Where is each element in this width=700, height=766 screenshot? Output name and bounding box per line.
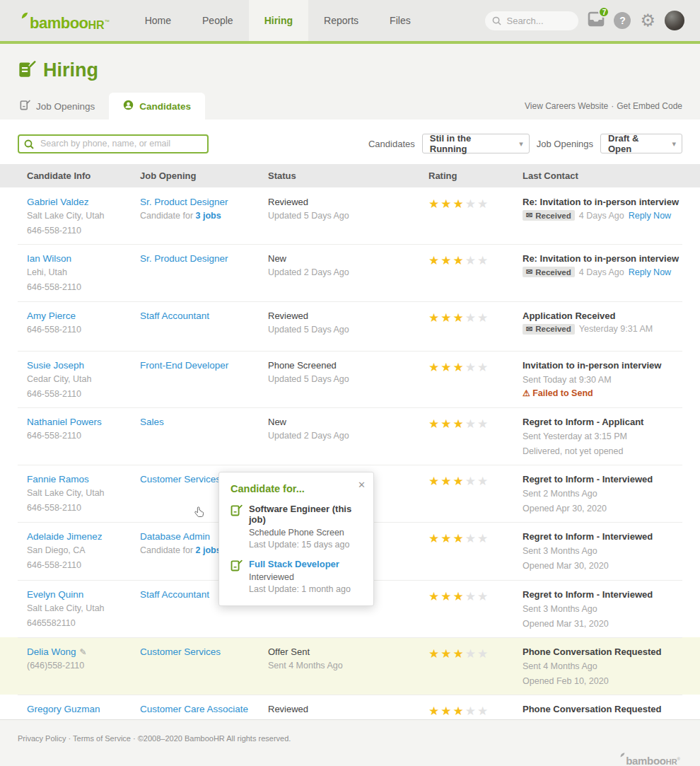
contact-title: Invitation to in-person interview [523, 360, 682, 371]
stars-empty: ★★ [465, 361, 489, 374]
contact-time: Yesterday 9:31 AM [579, 324, 653, 334]
candidate-name-line: Amy Pierce [27, 311, 140, 321]
candidate-name-link[interactable]: Gabriel Valdez [27, 197, 89, 207]
job-opening-link[interactable]: Front-End Developer [140, 360, 228, 371]
stars-filled: ★★★ [428, 361, 465, 374]
reply-now-link[interactable]: Reply Now [629, 211, 671, 221]
contact-title: Application Received [523, 311, 682, 321]
job-opening-cell: Sr. Product Designer [140, 253, 268, 294]
candidates-filter-label: Candidates [368, 139, 415, 149]
status-title: New [268, 253, 428, 264]
contact-line: Delivered, not yet opened [523, 445, 682, 458]
reply-now-link[interactable]: Reply Now [629, 267, 671, 277]
tab-label: Candidates [139, 101, 191, 112]
job-opening-link[interactable]: Staff Accountant [140, 589, 209, 600]
status-cell: NewUpdated 2 Days Ago [268, 253, 428, 294]
candidate-name-link[interactable]: Delia Wong [27, 646, 76, 657]
status-updated: Updated 5 Days Ago [268, 373, 428, 385]
nav-item-people[interactable]: People [187, 0, 249, 41]
star-rating[interactable]: ★★★★★ [428, 360, 523, 375]
status-cell: Phone ScreenedUpdated 5 Days Ago [268, 360, 428, 400]
bamboohr-logo[interactable]: bamboo HR ™ [21, 10, 110, 31]
star-rating[interactable]: ★★★★★ [428, 311, 523, 325]
star-rating[interactable]: ★★★★★ [428, 197, 523, 211]
received-label: Received [535, 211, 571, 220]
job-opening-link[interactable]: Staff Accountant [140, 311, 209, 321]
contact-line: Sent Yesterday at 3:15 PM [523, 430, 682, 443]
contact-title: Phone Conversation Requested [523, 646, 682, 657]
candidate-name-link[interactable]: Ian Wilson [27, 253, 71, 264]
popup-job-updated: Last Update: 15 days ago [249, 540, 363, 550]
candidate-info-cell: Adelaide JimenezSan Diego, CA646-558-211… [27, 531, 140, 572]
tab-job-openings[interactable]: Job Openings [6, 93, 109, 120]
candidate-info-cell: Amy Pierce646-558-2110 [27, 311, 140, 344]
get-embed-code-link[interactable]: Get Embed Code [617, 101, 682, 111]
nav-item-hiring[interactable]: Hiring [249, 0, 308, 41]
envelope-icon: ✉ [526, 267, 532, 277]
job-openings-filter-select[interactable]: Draft & Open ▾ [600, 134, 682, 153]
candidate-phone: 646-558-2110 [27, 388, 140, 400]
rating-cell: ★★★★★ [428, 474, 523, 515]
candidate-name-link[interactable]: Adelaide Jimenez [27, 531, 103, 542]
nav-item-reports[interactable]: Reports [308, 0, 374, 41]
gear-icon[interactable]: ⚙ [640, 12, 655, 29]
candidate-name-link[interactable]: Susie Joseph [27, 360, 84, 371]
candidate-location: Lehi, Utah [27, 266, 140, 279]
candidate-phone: (646)558-2110 [27, 659, 140, 672]
candidate-name-link[interactable]: Amy Pierce [27, 311, 76, 321]
help-icon[interactable]: ? [614, 12, 631, 29]
popup-job-status: Interviewed [249, 572, 351, 582]
popup-job-title-link[interactable]: Full Stack Developer [249, 559, 351, 569]
candidate-name-line: Adelaide Jimenez [27, 531, 140, 542]
tab-candidates[interactable]: Candidates [109, 93, 205, 120]
contact-title: Regret to Inform - Interviewed [523, 589, 682, 600]
user-avatar[interactable] [665, 11, 684, 30]
job-opening-link[interactable]: Customer Services [140, 474, 221, 484]
star-rating[interactable]: ★★★★★ [428, 704, 523, 719]
jobs-count-link[interactable]: 3 jobs [196, 211, 221, 221]
candidate-search-input[interactable] [18, 134, 209, 153]
last-contact-cell: Regret to Inform - InterviewedSent 3 Mon… [523, 531, 682, 572]
stars-empty: ★★ [465, 197, 489, 211]
candidate-name-link[interactable]: Fannie Ramos [27, 474, 89, 484]
star-rating[interactable]: ★★★★★ [428, 531, 523, 546]
candidate-location: San Diego, CA [27, 544, 140, 557]
candidate-info-cell: Evelyn QuinnSalt Lake City, Utah64655821… [27, 589, 140, 630]
last-contact-cell: Regret to Inform - ApplicantSent Yesterd… [523, 417, 682, 458]
star-rating[interactable]: ★★★★★ [428, 253, 523, 268]
contact-badge-row: ✉Received4 Days AgoReply Now [523, 210, 682, 221]
candidates-filter-select[interactable]: Stil in the Running ▾ [422, 134, 530, 153]
nav-item-home[interactable]: Home [129, 0, 187, 41]
contact-time: 4 Days Ago [579, 211, 624, 221]
star-rating[interactable]: ★★★★★ [428, 417, 523, 431]
nav-item-files[interactable]: Files [374, 0, 426, 41]
popup-job-status: Schedule Phone Screen [249, 528, 363, 538]
star-rating[interactable]: ★★★★★ [428, 589, 523, 604]
last-contact-cell: Re: Invitation to in-person interview✉Re… [523, 253, 682, 294]
received-label: Received [535, 268, 571, 277]
job-opening-link[interactable]: Database Admin [140, 531, 210, 542]
edit-pencil-icon[interactable]: ✎ [80, 647, 87, 657]
close-icon[interactable]: ✕ [358, 480, 366, 490]
candidate-name-link[interactable]: Evelyn Quinn [27, 589, 83, 600]
rating-cell: ★★★★★ [428, 311, 523, 344]
candidate-name-link[interactable]: Nathaniel Powers [27, 417, 102, 427]
job-opening-link[interactable]: Sr. Product Designer [140, 253, 228, 264]
job-opening-link[interactable]: Sales [140, 417, 164, 427]
stars-filled: ★★★ [428, 590, 465, 603]
job-opening-link[interactable]: Customer Care Associate [140, 704, 248, 714]
star-rating[interactable]: ★★★★★ [428, 474, 523, 489]
star-rating[interactable]: ★★★★★ [428, 646, 523, 661]
job-opening-link[interactable]: Customer Services [140, 646, 221, 657]
job-opening-link[interactable]: Sr. Product Designer [140, 197, 228, 207]
inbox-tray-button[interactable]: 7 [588, 11, 605, 30]
header-links: View Careers Website·Get Embed Code [525, 101, 682, 120]
candidate-name-link[interactable]: Gregory Guzman [27, 704, 100, 714]
candidate-phone: 646-558-2110 [27, 224, 140, 237]
job-clipboard-icon [231, 504, 243, 550]
view-careers-website-link[interactable]: View Careers Website [525, 101, 608, 111]
status-title: Offer Sent [268, 646, 428, 657]
jobs-count-link[interactable]: 2 jobs [196, 545, 221, 555]
stars-filled: ★★★ [428, 647, 465, 661]
candidates-table-body: Gabriel ValdezSalt Lake City, Utah646-55… [0, 187, 700, 752]
